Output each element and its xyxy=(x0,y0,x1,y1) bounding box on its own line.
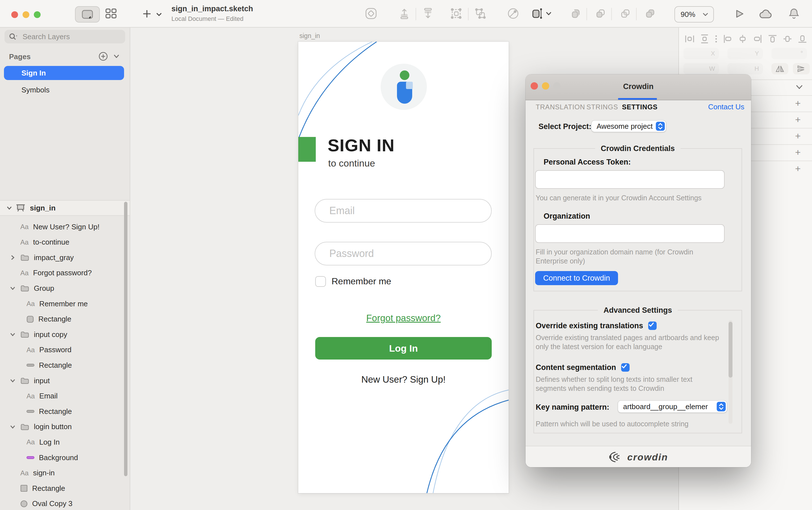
x-position-field[interactable]: X xyxy=(684,48,719,59)
content-segmentation-row: Content segmentation xyxy=(536,362,630,372)
toggle-components-button[interactable] xyxy=(105,8,117,19)
layer-row-group[interactable]: Group xyxy=(0,281,143,296)
layer-row-new-user-sign-up-[interactable]: AaNew User? Sign Up! xyxy=(0,219,143,234)
boolean-subtract-button[interactable] xyxy=(594,7,607,20)
send-backward-button[interactable] xyxy=(422,7,434,20)
create-symbol-button[interactable] xyxy=(365,7,377,20)
preview-button[interactable] xyxy=(735,9,744,19)
minimize-window-button[interactable] xyxy=(23,11,29,18)
password-field[interactable]: Password xyxy=(315,242,492,265)
edit-tool-button[interactable] xyxy=(531,7,544,20)
connect-to-crowdin-button[interactable]: Connect to Crowdin xyxy=(535,271,618,285)
collapse-section-button[interactable] xyxy=(796,85,803,90)
boolean-difference-button[interactable] xyxy=(644,7,656,20)
add-style-button[interactable]: + xyxy=(793,148,803,157)
advanced-scrollbar-thumb[interactable] xyxy=(729,322,732,378)
sidebar-scrollbar[interactable] xyxy=(124,202,127,476)
distribute-vertically-icon[interactable] xyxy=(699,34,709,44)
align-top-icon[interactable] xyxy=(767,34,778,44)
height-field[interactable]: H xyxy=(727,63,763,74)
group-button[interactable] xyxy=(450,7,462,20)
add-style-button[interactable]: + xyxy=(793,131,803,140)
dialog-title: Crowdin xyxy=(526,82,751,91)
remember-me-checkbox[interactable] xyxy=(315,276,326,287)
override-translations-checkbox[interactable] xyxy=(648,322,657,330)
cloud-share-button[interactable] xyxy=(758,9,773,19)
search-input[interactable] xyxy=(22,32,114,42)
boolean-union-button[interactable] xyxy=(570,7,582,20)
distribute-horizontally-icon[interactable] xyxy=(685,34,695,44)
flip-horizontal-button[interactable] xyxy=(772,63,788,74)
disclosure-collapsed-icon[interactable] xyxy=(10,255,15,260)
boolean-intersect-button[interactable] xyxy=(619,7,632,20)
layer-row-sign-in[interactable]: Aasign-in xyxy=(0,466,143,481)
layer-row-input[interactable]: input xyxy=(0,373,143,388)
layer-row-impact-gray[interactable]: impact_gray xyxy=(0,250,143,265)
artboard-title-label[interactable]: sign_in xyxy=(299,32,320,40)
plus-icon xyxy=(143,9,151,18)
align-right-icon[interactable] xyxy=(753,34,763,44)
layer-row-rectangle[interactable]: Rectangle xyxy=(0,481,143,496)
content-segmentation-label: Content segmentation xyxy=(536,363,616,372)
token-input[interactable] xyxy=(535,170,725,189)
key-naming-pattern-select[interactable]: artboard__group__elemer xyxy=(618,401,727,413)
flip-vertical-button[interactable] xyxy=(793,63,810,74)
disclosure-expanded-icon[interactable] xyxy=(10,286,15,291)
difference-icon xyxy=(644,7,656,20)
collapse-pages-button[interactable] xyxy=(113,54,120,59)
rotate-button[interactable] xyxy=(507,7,519,20)
edit-tool-chevron[interactable] xyxy=(546,11,551,16)
layer-row-oval-copy-3[interactable]: Oval Copy 3 xyxy=(0,496,143,510)
layer-row-input-copy[interactable]: input copy xyxy=(0,327,143,342)
text-layer-icon: Aa xyxy=(27,346,35,354)
more-options-icon[interactable] xyxy=(715,34,718,44)
disclosure-expanded-icon[interactable] xyxy=(10,425,15,429)
artboard-root-row[interactable]: sign_in xyxy=(0,200,130,216)
email-field[interactable]: Email xyxy=(315,199,492,222)
insert-button[interactable] xyxy=(142,9,152,19)
add-style-button[interactable]: + xyxy=(793,99,803,108)
insert-menu-chevron[interactable] xyxy=(156,12,163,17)
organization-input[interactable] xyxy=(535,224,725,243)
y-position-field[interactable]: Y xyxy=(727,48,763,59)
tab-translation[interactable]: TRANSLATION xyxy=(536,103,585,111)
disclosure-expanded-icon[interactable] xyxy=(7,206,12,210)
sign-up-text[interactable]: New User? Sign Up! xyxy=(298,374,509,385)
artboard-sign-in[interactable]: SIGN IN to continue Email Password Remem… xyxy=(298,42,509,493)
content-segmentation-checkbox[interactable] xyxy=(621,363,630,372)
align-middle-vertical-icon[interactable] xyxy=(782,34,792,44)
components-grid-icon xyxy=(106,8,117,19)
add-style-button[interactable]: + xyxy=(793,115,803,124)
contact-us-link[interactable]: Contact Us xyxy=(708,102,744,111)
ungroup-button[interactable] xyxy=(474,7,487,20)
log-in-button[interactable]: Log In xyxy=(315,337,492,360)
zoom-level-select[interactable]: 90% xyxy=(674,6,714,23)
disclosure-expanded-icon[interactable] xyxy=(10,332,15,337)
project-select[interactable]: Awesome project xyxy=(591,121,666,132)
align-left-icon[interactable] xyxy=(723,34,733,44)
width-field[interactable]: W xyxy=(684,63,719,74)
zoom-window-button[interactable] xyxy=(34,11,40,18)
page-item-symbols[interactable]: Symbols xyxy=(4,83,124,97)
layer-row-forgot-password-[interactable]: AaForgot password? xyxy=(0,265,143,281)
search-layers-field[interactable] xyxy=(4,30,125,43)
tab-settings[interactable]: SETTINGS xyxy=(622,103,658,111)
dialog-titlebar[interactable]: Crowdin xyxy=(526,74,751,100)
layer-row-to-continue[interactable]: Aato-continue xyxy=(0,235,143,250)
rotation-field[interactable]: ° xyxy=(772,48,807,59)
page-item-sign-in[interactable]: Sign In xyxy=(4,66,124,80)
toggle-sidebar-button[interactable] xyxy=(75,6,100,23)
add-page-button[interactable] xyxy=(99,52,108,61)
bring-forward-button[interactable] xyxy=(398,7,410,20)
close-window-button[interactable] xyxy=(11,11,18,18)
tab-strings[interactable]: STRINGS xyxy=(586,103,618,111)
layer-row-login-button[interactable]: login button xyxy=(0,419,143,434)
add-style-button[interactable]: + xyxy=(793,164,803,173)
forgot-password-link[interactable]: Forgot password? xyxy=(298,313,509,324)
crowdin-logo-icon xyxy=(609,451,625,463)
align-center-horizontal-icon[interactable] xyxy=(737,34,748,44)
token-label: Personal Access Token: xyxy=(544,158,631,167)
align-bottom-icon[interactable] xyxy=(798,34,808,44)
disclosure-expanded-icon[interactable] xyxy=(10,379,15,383)
notifications-button[interactable] xyxy=(789,8,799,19)
